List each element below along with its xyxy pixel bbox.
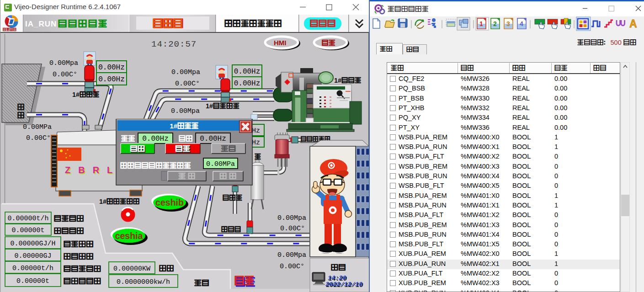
svg-text:ceshia: ceshia bbox=[115, 231, 143, 241]
svg-text:泄压阀: 泄压阀 bbox=[221, 226, 241, 233]
svg-text:0.00Hz: 0.00Hz bbox=[142, 135, 169, 143]
svg-text:0.0000000kw/h: 0.0000000kw/h bbox=[117, 278, 170, 286]
svg-text:14:20:57: 14:20:57 bbox=[151, 39, 197, 49]
svg-text:1: 1 bbox=[479, 20, 483, 27]
svg-text:0.00Mpa: 0.00Mpa bbox=[171, 107, 200, 115]
svg-text:0.00C°: 0.00C° bbox=[26, 134, 51, 142]
svg-text:0.00MPa: 0.00MPa bbox=[206, 160, 235, 168]
svg-text:ceshib: ceshib bbox=[155, 197, 184, 207]
svg-text:0.00Hz: 0.00Hz bbox=[98, 75, 125, 84]
svg-text:ZBRL: ZBRL bbox=[65, 165, 120, 175]
svg-text:0.00Mpa: 0.00Mpa bbox=[277, 214, 306, 222]
svg-text:功率: 功率 bbox=[159, 264, 174, 272]
svg-text:4: 4 bbox=[520, 20, 523, 27]
svg-text:0.00000t: 0.00000t bbox=[16, 277, 49, 285]
svg-text:0.00Hz: 0.00Hz bbox=[98, 64, 125, 72]
svg-text:福博热力: 福博热力 bbox=[3, 27, 16, 32]
svg-text:0.00Hz: 0.00Hz bbox=[200, 135, 226, 143]
svg-text:0.00MPa: 0.00MPa bbox=[23, 123, 52, 131]
svg-text:0.00Mpa: 0.00Mpa bbox=[171, 69, 200, 76]
svg-text:用户: 用户 bbox=[331, 263, 346, 271]
svg-text:1#污水换热器: 1#污水换热器 bbox=[99, 198, 140, 205]
svg-text:启 动: 启 动 bbox=[178, 172, 196, 180]
svg-text:污: 污 bbox=[17, 103, 25, 111]
svg-text:巡检: 巡检 bbox=[322, 39, 335, 47]
svg-text:运行: 运行 bbox=[176, 144, 191, 153]
svg-text:泵: 泵 bbox=[255, 153, 261, 160]
svg-text:1#循环泵: 1#循环泵 bbox=[170, 122, 199, 130]
svg-text:0.00C°: 0.00C° bbox=[280, 225, 305, 233]
svg-text:0.00Hz: 0.00Hz bbox=[234, 68, 261, 76]
svg-text:0.00000t/h: 0.00000t/h bbox=[7, 215, 48, 223]
svg-text:低于此压力循环泵停泵: 低于此压力循环泵停泵 bbox=[120, 162, 191, 170]
svg-text:HMI: HMI bbox=[274, 39, 287, 47]
svg-text:0.00C°: 0.00C° bbox=[175, 80, 200, 88]
svg-text:涡瞬时流量: 涡瞬时流量 bbox=[64, 265, 101, 273]
svg-text:0.00C°: 0.00C° bbox=[53, 71, 77, 79]
svg-text:反馈: 反馈 bbox=[179, 135, 193, 143]
svg-text:1#污水泵: 1#污水泵 bbox=[72, 91, 100, 98]
svg-text:补水泵: 补水泵 bbox=[223, 194, 243, 202]
svg-text:涡累计流量: 涡累计流量 bbox=[64, 277, 101, 285]
svg-text:0.00000KW: 0.00000KW bbox=[113, 265, 150, 273]
svg-text:停 止: 停 止 bbox=[219, 172, 237, 180]
svg-text:2: 2 bbox=[493, 20, 497, 27]
svg-text:0.00Hz: 0.00Hz bbox=[234, 80, 261, 88]
svg-text:累计热量: 累计热量 bbox=[64, 252, 94, 260]
svg-text:火石: 火石 bbox=[234, 275, 255, 287]
svg-text:0.00000t/h: 0.00000t/h bbox=[12, 265, 53, 272]
svg-text:水: 水 bbox=[17, 111, 25, 119]
svg-text:1#中介水泵: 1#中介水泵 bbox=[206, 102, 240, 110]
svg-text:2022/12/10: 2022/12/10 bbox=[325, 281, 362, 288]
svg-text:1#压缩机: 1#压缩机 bbox=[334, 77, 362, 84]
svg-text:14:20: 14:20 bbox=[328, 275, 346, 281]
svg-text:电能: 电能 bbox=[194, 279, 209, 287]
svg-text:瞬时流量: 瞬时流量 bbox=[54, 214, 84, 223]
svg-text:0.00Mpa: 0.00Mpa bbox=[277, 251, 306, 259]
svg-text:0.00000GJ: 0.00000GJ bbox=[14, 252, 51, 260]
svg-text:故障: 故障 bbox=[221, 144, 236, 153]
svg-text:0.00000GJ/H: 0.00000GJ/H bbox=[10, 240, 55, 248]
svg-text:远程: 远程 bbox=[130, 144, 145, 153]
svg-text:3: 3 bbox=[506, 20, 510, 27]
svg-text:累计流量: 累计流量 bbox=[54, 227, 84, 235]
svg-text:0.00Mpa: 0.00Mpa bbox=[49, 59, 78, 67]
svg-text:A: A bbox=[629, 18, 637, 30]
svg-text:0.00C°: 0.00C° bbox=[280, 263, 304, 271]
svg-text:瞬时热量: 瞬时热量 bbox=[64, 240, 94, 248]
svg-text:设定: 设定 bbox=[121, 135, 135, 143]
svg-text:0.00000t: 0.00000t bbox=[11, 227, 44, 234]
